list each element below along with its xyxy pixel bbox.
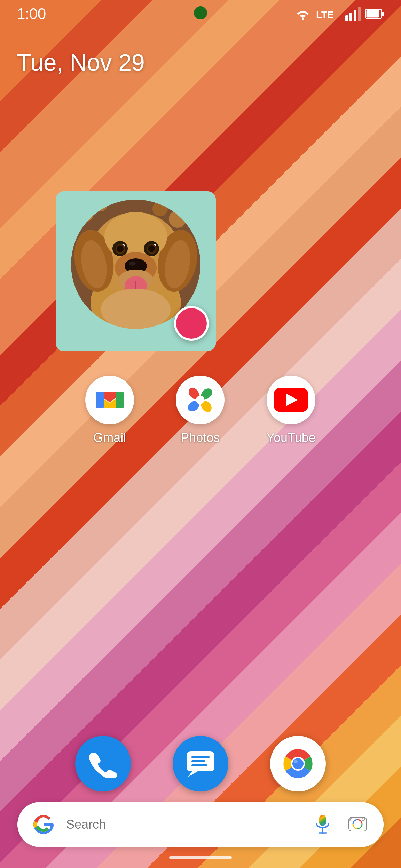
gmail-icon [94, 388, 125, 412]
mic-icon [314, 814, 331, 835]
dock [0, 736, 401, 791]
svg-point-34 [129, 262, 136, 266]
signal-icon [345, 7, 361, 21]
lte-icon: LTE [316, 7, 340, 21]
youtube-icon-bg [274, 388, 308, 412]
gmail-label: Gmail [93, 431, 126, 445]
svg-point-63 [362, 818, 365, 821]
svg-point-31 [148, 245, 155, 252]
svg-point-54 [294, 760, 298, 763]
phone-app[interactable] [75, 736, 131, 791]
photos-icon [184, 384, 216, 416]
status-icons: LTE [294, 7, 384, 21]
search-lens-button[interactable] [345, 812, 370, 837]
home-indicator[interactable] [169, 856, 232, 859]
svg-rect-50 [191, 764, 207, 766]
search-mic-button[interactable] [310, 812, 335, 837]
photos-label: Photos [181, 431, 220, 445]
svg-rect-48 [191, 756, 210, 758]
messages-app[interactable] [173, 736, 228, 791]
photos-app[interactable]: Photos [176, 376, 225, 445]
svg-rect-2 [345, 15, 348, 21]
svg-rect-43 [96, 392, 104, 408]
svg-rect-56 [319, 815, 326, 826]
svg-point-30 [117, 245, 124, 252]
lens-icon [348, 815, 367, 834]
svg-rect-7 [367, 10, 379, 18]
battery-icon [365, 8, 384, 20]
app-row: Gmail Photos You [0, 376, 401, 445]
phone-icon [89, 750, 117, 778]
svg-rect-8 [382, 12, 384, 16]
svg-point-53 [292, 758, 304, 769]
nav-bar [0, 847, 401, 868]
search-input[interactable] [66, 814, 300, 835]
svg-point-0 [302, 18, 304, 20]
camera-dot [194, 6, 207, 19]
youtube-label: YouTube [266, 431, 315, 445]
gmail-app[interactable]: Gmail [85, 376, 134, 445]
wifi-icon [294, 7, 311, 21]
youtube-icon-container[interactable] [267, 376, 315, 424]
svg-rect-62 [349, 818, 351, 821]
svg-rect-5 [358, 7, 361, 21]
svg-text:LTE: LTE [316, 9, 334, 20]
google-g-icon [31, 812, 56, 837]
status-time: 1:00 [17, 5, 46, 23]
photos-icon-container[interactable] [176, 376, 225, 424]
search-bar[interactable] [17, 802, 384, 847]
gmail-icon-container[interactable] [85, 376, 134, 424]
record-button[interactable] [174, 306, 209, 341]
youtube-play-icon [286, 394, 298, 406]
svg-rect-49 [191, 760, 205, 762]
youtube-app[interactable]: YouTube [266, 376, 315, 445]
svg-rect-3 [349, 13, 352, 21]
svg-point-38 [101, 289, 171, 330]
messages-icon [185, 750, 216, 778]
svg-rect-4 [354, 10, 356, 21]
svg-marker-47 [188, 771, 198, 777]
svg-point-45 [196, 396, 204, 404]
chrome-icon [281, 746, 315, 781]
svg-rect-44 [116, 392, 124, 408]
date-display: Tue, Nov 29 [17, 49, 145, 76]
chrome-app[interactable] [270, 736, 326, 791]
dog-photo-widget[interactable] [56, 191, 216, 351]
